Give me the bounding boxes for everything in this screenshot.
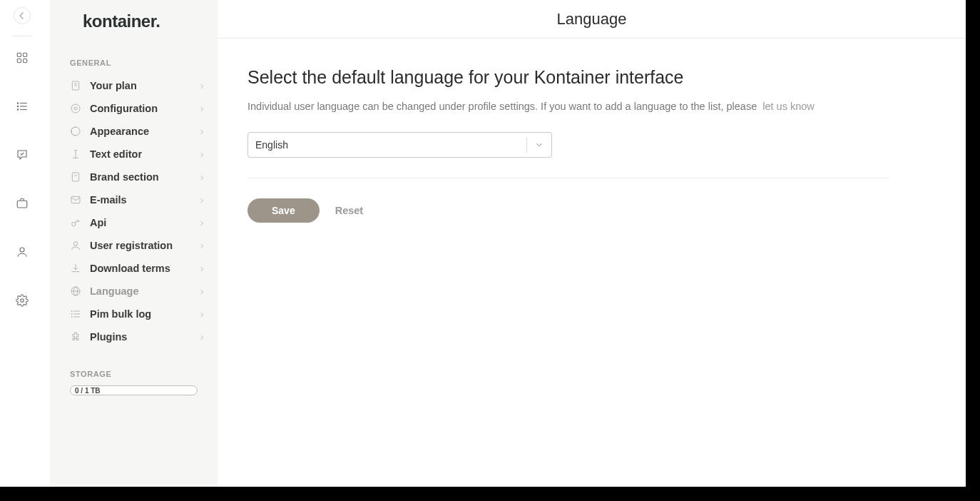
page-title: Language (557, 10, 627, 29)
svg-rect-10 (17, 201, 27, 208)
chevron-right-icon (198, 241, 206, 250)
svg-rect-2 (17, 59, 21, 63)
chevron-right-icon (198, 150, 206, 158)
content-hint: Individual user language can be changed … (247, 101, 874, 112)
screenshot-border-right (966, 0, 980, 501)
svg-point-17 (71, 104, 80, 113)
svg-point-22 (72, 222, 76, 226)
chevron-down-icon (534, 140, 544, 150)
nav-item-user-registration[interactable]: User registration (50, 234, 218, 257)
chevron-right-icon (198, 81, 206, 90)
svg-point-11 (20, 248, 24, 252)
nav-label: Api (90, 217, 198, 228)
chevron-right-icon (198, 310, 206, 318)
section-label-general: GENERAL (50, 44, 218, 74)
nav-label: Appearance (90, 126, 198, 137)
nav-label: Configuration (90, 103, 198, 114)
nav-label: Text editor (90, 148, 198, 160)
svg-point-16 (74, 107, 77, 110)
chevron-right-icon (198, 264, 206, 273)
main-header: Language (218, 0, 966, 39)
nav-label: Brand section (90, 171, 198, 183)
nav-item-pim-bulk-log[interactable]: Pim bulk log (50, 303, 218, 325)
language-select-value: English (255, 139, 288, 151)
chevron-right-icon (198, 333, 206, 341)
briefcase-icon (16, 197, 29, 210)
user-icon (16, 246, 29, 258)
collapse-sidebar-button[interactable] (14, 7, 31, 24)
email-icon (70, 194, 81, 206)
chevron-right-icon (198, 173, 206, 181)
storage-value: 0 / 1 TB (75, 387, 101, 395)
rail-nav-dashboard[interactable] (14, 49, 31, 66)
divider (247, 178, 889, 178)
save-button[interactable]: Save (247, 198, 320, 223)
svg-rect-1 (23, 53, 26, 56)
nav-item-brand-section[interactable]: Brand section (50, 166, 218, 188)
logo: kontainer (50, 7, 218, 44)
content-heading: Select the default language for your Kon… (247, 67, 874, 88)
icon-rail (0, 0, 44, 501)
brand-icon (70, 171, 81, 183)
chevron-right-icon (198, 196, 206, 204)
nav-label: User registration (90, 240, 198, 251)
nav-item-plugins[interactable]: Plugins (50, 325, 218, 348)
download-icon (70, 263, 81, 274)
text-editor-icon (70, 148, 81, 160)
nav-item-emails[interactable]: E-mails (50, 188, 218, 211)
nav-item-appearance[interactable]: Appearance (50, 120, 218, 143)
rail-nav-user[interactable] (14, 243, 31, 260)
svg-rect-19 (72, 173, 78, 181)
svg-point-12 (20, 299, 24, 303)
svg-point-7 (17, 103, 19, 104)
grid-icon (16, 51, 29, 64)
svg-point-31 (71, 313, 72, 314)
hint-text: Individual user language can be changed … (247, 101, 757, 112)
nav-label: Pim bulk log (90, 308, 198, 320)
nav-item-text-editor[interactable]: Text editor (50, 143, 218, 166)
language-select[interactable]: English (247, 132, 552, 158)
log-icon (70, 308, 81, 320)
rail-divider (13, 36, 31, 36)
svg-rect-3 (23, 59, 26, 63)
nav-label: Language (90, 285, 198, 297)
svg-point-30 (71, 310, 72, 311)
configuration-icon (70, 103, 81, 114)
user-reg-icon (70, 240, 81, 251)
nav-item-configuration[interactable]: Configuration (50, 97, 218, 120)
storage-bar: 0 / 1 TB (70, 385, 198, 395)
svg-point-8 (17, 106, 19, 107)
svg-point-23 (73, 242, 77, 246)
rail-nav-briefcase[interactable] (14, 195, 31, 212)
nav-label: Plugins (90, 331, 198, 343)
list-icon (16, 100, 29, 113)
chevron-right-icon (198, 218, 206, 227)
chevron-left-icon (16, 9, 29, 22)
api-icon (70, 217, 81, 228)
rail-nav-approvals[interactable] (14, 146, 31, 163)
side-panel: kontainer GENERAL Your plan Configuratio… (50, 0, 218, 501)
storage-label: STORAGE (70, 370, 198, 378)
chevron-right-icon (198, 287, 206, 295)
main-area: Language Select the default language for… (218, 0, 966, 501)
button-row: Save Reset (247, 198, 874, 223)
nav-label: Your plan (90, 80, 198, 91)
reset-button[interactable]: Reset (335, 205, 364, 216)
appearance-icon (70, 126, 81, 137)
select-arrow (526, 137, 544, 153)
let-us-know-link[interactable]: let us know (762, 101, 815, 112)
svg-rect-0 (17, 53, 21, 56)
rail-nav-list[interactable] (14, 98, 31, 115)
chat-check-icon (16, 148, 29, 161)
nav-item-your-plan[interactable]: Your plan (50, 74, 218, 97)
nav-item-download-terms[interactable]: Download terms (50, 257, 218, 280)
nav-item-language[interactable]: Language (50, 280, 218, 303)
nav-item-api[interactable]: Api (50, 211, 218, 234)
nav-label: Download terms (90, 263, 198, 274)
svg-point-9 (17, 109, 19, 111)
svg-rect-21 (71, 196, 80, 203)
nav-label: E-mails (90, 194, 198, 206)
plugins-icon (70, 331, 81, 343)
rail-nav-settings[interactable] (14, 292, 31, 309)
content: Select the default language for your Kon… (218, 39, 874, 223)
